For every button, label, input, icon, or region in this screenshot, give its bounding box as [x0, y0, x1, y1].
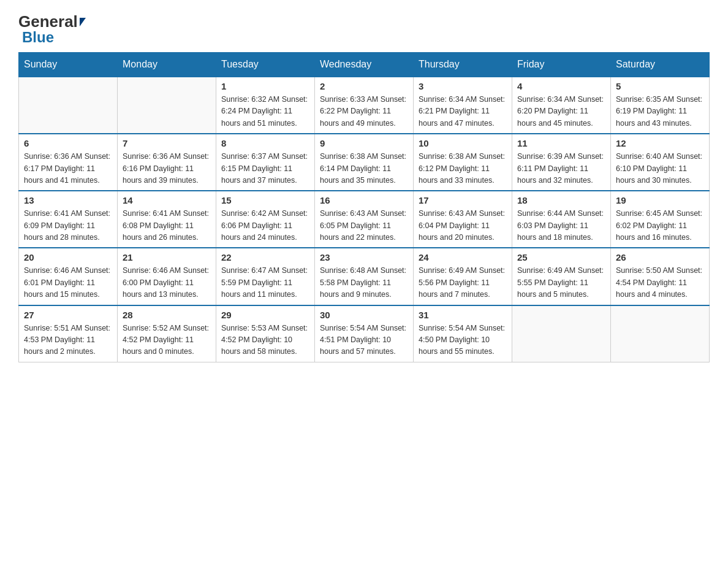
- day-info: Sunrise: 6:39 AM Sunset: 6:11 PM Dayligh…: [517, 151, 605, 186]
- logo: General Blue: [18, 12, 86, 46]
- page-header: General Blue: [18, 12, 710, 46]
- day-number: 8: [221, 138, 309, 148]
- weekday-header-row: SundayMondayTuesdayWednesdayThursdayFrid…: [19, 53, 710, 77]
- day-number: 11: [517, 138, 605, 148]
- day-number: 23: [320, 252, 408, 262]
- day-info: Sunrise: 6:41 AM Sunset: 6:09 PM Dayligh…: [24, 208, 112, 243]
- day-info: Sunrise: 6:43 AM Sunset: 6:05 PM Dayligh…: [320, 208, 408, 243]
- calendar-cell: 21Sunrise: 6:46 AM Sunset: 6:00 PM Dayli…: [118, 248, 216, 305]
- calendar-cell: 29Sunrise: 5:53 AM Sunset: 4:52 PM Dayli…: [216, 305, 315, 362]
- day-info: Sunrise: 5:50 AM Sunset: 4:54 PM Dayligh…: [616, 265, 704, 301]
- day-number: 20: [24, 252, 112, 262]
- day-info: Sunrise: 6:38 AM Sunset: 6:12 PM Dayligh…: [419, 151, 507, 186]
- weekday-header-saturday: Saturday: [611, 53, 710, 77]
- day-info: Sunrise: 5:51 AM Sunset: 4:53 PM Dayligh…: [24, 323, 112, 358]
- calendar-cell: 5Sunrise: 6:35 AM Sunset: 6:19 PM Daylig…: [611, 77, 710, 134]
- day-info: Sunrise: 6:42 AM Sunset: 6:06 PM Dayligh…: [221, 208, 309, 243]
- day-number: 18: [517, 195, 605, 205]
- calendar-cell: 18Sunrise: 6:44 AM Sunset: 6:03 PM Dayli…: [512, 191, 611, 248]
- calendar-cell: 15Sunrise: 6:42 AM Sunset: 6:06 PM Dayli…: [216, 191, 315, 248]
- calendar-cell: 4Sunrise: 6:34 AM Sunset: 6:20 PM Daylig…: [512, 77, 611, 134]
- day-info: Sunrise: 6:49 AM Sunset: 5:56 PM Dayligh…: [419, 265, 507, 301]
- day-info: Sunrise: 6:32 AM Sunset: 6:24 PM Dayligh…: [221, 94, 309, 129]
- day-info: Sunrise: 6:37 AM Sunset: 6:15 PM Dayligh…: [221, 151, 309, 186]
- day-info: Sunrise: 6:43 AM Sunset: 6:04 PM Dayligh…: [419, 208, 507, 243]
- day-number: 13: [24, 195, 112, 205]
- day-info: Sunrise: 6:34 AM Sunset: 6:20 PM Dayligh…: [517, 94, 605, 129]
- day-info: Sunrise: 6:34 AM Sunset: 6:21 PM Dayligh…: [419, 94, 507, 129]
- day-info: Sunrise: 6:47 AM Sunset: 5:59 PM Dayligh…: [221, 265, 309, 301]
- calendar-cell: 23Sunrise: 6:48 AM Sunset: 5:58 PM Dayli…: [315, 248, 414, 305]
- day-info: Sunrise: 6:38 AM Sunset: 6:14 PM Dayligh…: [320, 151, 408, 186]
- calendar-cell: 11Sunrise: 6:39 AM Sunset: 6:11 PM Dayli…: [512, 134, 611, 191]
- calendar-week-row: 27Sunrise: 5:51 AM Sunset: 4:53 PM Dayli…: [19, 305, 710, 362]
- day-info: Sunrise: 6:40 AM Sunset: 6:10 PM Dayligh…: [616, 151, 704, 186]
- day-info: Sunrise: 5:54 AM Sunset: 4:51 PM Dayligh…: [320, 323, 408, 358]
- day-info: Sunrise: 6:36 AM Sunset: 6:17 PM Dayligh…: [24, 151, 112, 186]
- calendar-cell: [118, 77, 216, 134]
- day-number: 16: [320, 195, 408, 205]
- day-number: 14: [123, 195, 211, 205]
- calendar-week-row: 1Sunrise: 6:32 AM Sunset: 6:24 PM Daylig…: [19, 77, 710, 134]
- day-info: Sunrise: 6:41 AM Sunset: 6:08 PM Dayligh…: [123, 208, 211, 243]
- calendar-table: SundayMondayTuesdayWednesdayThursdayFrid…: [18, 52, 710, 362]
- day-number: 4: [517, 81, 605, 91]
- day-number: 19: [616, 195, 704, 205]
- day-number: 31: [419, 310, 507, 320]
- calendar-cell: 10Sunrise: 6:38 AM Sunset: 6:12 PM Dayli…: [414, 134, 512, 191]
- calendar-cell: 27Sunrise: 5:51 AM Sunset: 4:53 PM Dayli…: [19, 305, 118, 362]
- calendar-cell: [611, 305, 710, 362]
- calendar-cell: 19Sunrise: 6:45 AM Sunset: 6:02 PM Dayli…: [611, 191, 710, 248]
- day-number: 27: [24, 310, 112, 320]
- weekday-header-tuesday: Tuesday: [216, 53, 315, 77]
- day-number: 21: [123, 252, 211, 262]
- calendar-cell: 6Sunrise: 6:36 AM Sunset: 6:17 PM Daylig…: [19, 134, 118, 191]
- day-number: 7: [123, 138, 211, 148]
- calendar-cell: [512, 305, 611, 362]
- day-info: Sunrise: 6:35 AM Sunset: 6:19 PM Dayligh…: [616, 94, 704, 129]
- day-number: 6: [24, 138, 112, 148]
- day-number: 28: [123, 310, 211, 320]
- weekday-header-wednesday: Wednesday: [315, 53, 414, 77]
- weekday-header-friday: Friday: [512, 53, 611, 77]
- calendar-week-row: 6Sunrise: 6:36 AM Sunset: 6:17 PM Daylig…: [19, 134, 710, 191]
- calendar-cell: 25Sunrise: 6:49 AM Sunset: 5:55 PM Dayli…: [512, 248, 611, 305]
- day-number: 17: [419, 195, 507, 205]
- calendar-cell: 9Sunrise: 6:38 AM Sunset: 6:14 PM Daylig…: [315, 134, 414, 191]
- calendar-cell: 26Sunrise: 5:50 AM Sunset: 4:54 PM Dayli…: [611, 248, 710, 305]
- day-number: 30: [320, 310, 408, 320]
- day-info: Sunrise: 5:53 AM Sunset: 4:52 PM Dayligh…: [221, 323, 309, 358]
- day-number: 15: [221, 195, 309, 205]
- calendar-cell: 28Sunrise: 5:52 AM Sunset: 4:52 PM Dayli…: [118, 305, 216, 362]
- calendar-cell: 13Sunrise: 6:41 AM Sunset: 6:09 PM Dayli…: [19, 191, 118, 248]
- calendar-cell: 31Sunrise: 5:54 AM Sunset: 4:50 PM Dayli…: [414, 305, 512, 362]
- day-number: 22: [221, 252, 309, 262]
- day-info: Sunrise: 5:54 AM Sunset: 4:50 PM Dayligh…: [419, 323, 507, 358]
- day-number: 9: [320, 138, 408, 148]
- day-info: Sunrise: 6:48 AM Sunset: 5:58 PM Dayligh…: [320, 265, 408, 301]
- weekday-header-thursday: Thursday: [414, 53, 512, 77]
- calendar-week-row: 20Sunrise: 6:46 AM Sunset: 6:01 PM Dayli…: [19, 248, 710, 305]
- day-info: Sunrise: 6:33 AM Sunset: 6:22 PM Dayligh…: [320, 94, 408, 129]
- day-number: 24: [419, 252, 507, 262]
- day-number: 2: [320, 81, 408, 91]
- day-number: 12: [616, 138, 704, 148]
- calendar-cell: 16Sunrise: 6:43 AM Sunset: 6:05 PM Dayli…: [315, 191, 414, 248]
- calendar-cell: 1Sunrise: 6:32 AM Sunset: 6:24 PM Daylig…: [216, 77, 315, 134]
- day-number: 5: [616, 81, 704, 91]
- day-number: 10: [419, 138, 507, 148]
- calendar-cell: 20Sunrise: 6:46 AM Sunset: 6:01 PM Dayli…: [19, 248, 118, 305]
- day-info: Sunrise: 6:45 AM Sunset: 6:02 PM Dayligh…: [616, 208, 704, 243]
- calendar-cell: 22Sunrise: 6:47 AM Sunset: 5:59 PM Dayli…: [216, 248, 315, 305]
- day-number: 3: [419, 81, 507, 91]
- calendar-cell: 7Sunrise: 6:36 AM Sunset: 6:16 PM Daylig…: [118, 134, 216, 191]
- calendar-cell: 12Sunrise: 6:40 AM Sunset: 6:10 PM Dayli…: [611, 134, 710, 191]
- logo-arrow-icon: [80, 18, 86, 26]
- day-info: Sunrise: 6:46 AM Sunset: 6:01 PM Dayligh…: [24, 265, 112, 301]
- calendar-cell: 17Sunrise: 6:43 AM Sunset: 6:04 PM Dayli…: [414, 191, 512, 248]
- day-number: 25: [517, 252, 605, 262]
- calendar-cell: [19, 77, 118, 134]
- calendar-week-row: 13Sunrise: 6:41 AM Sunset: 6:09 PM Dayli…: [19, 191, 710, 248]
- calendar-cell: 30Sunrise: 5:54 AM Sunset: 4:51 PM Dayli…: [315, 305, 414, 362]
- weekday-header-monday: Monday: [118, 53, 216, 77]
